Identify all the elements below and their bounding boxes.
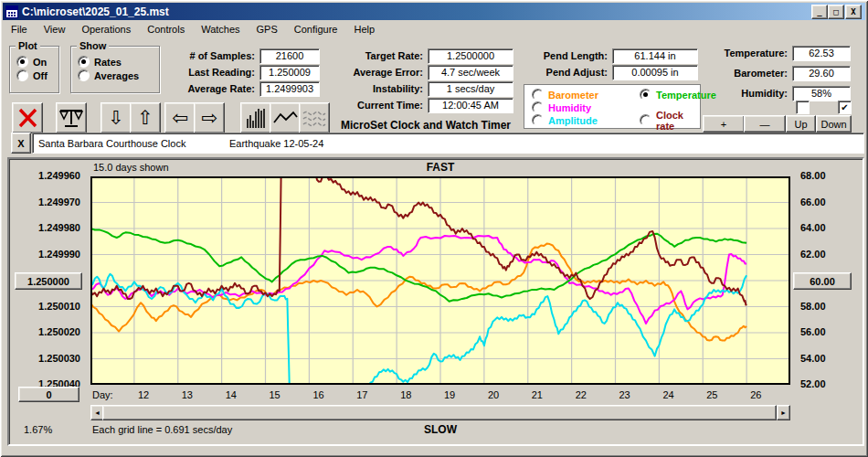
option-checkbox-1[interactable] bbox=[796, 101, 810, 114]
scroll-right-arrow[interactable]: ► bbox=[777, 405, 790, 420]
right-axis-label: 54.00 bbox=[800, 353, 855, 364]
day-tick-15: 15 bbox=[270, 389, 281, 400]
clear-name-button[interactable]: X bbox=[11, 133, 31, 154]
right-axis-label: 62.00 bbox=[800, 249, 855, 260]
day-tick-14: 14 bbox=[226, 389, 237, 400]
waves-icon bbox=[301, 105, 328, 131]
day-tick-25: 25 bbox=[706, 389, 717, 400]
of-samples-label: # of Samples: bbox=[137, 50, 259, 61]
day-tick-26: 26 bbox=[750, 389, 761, 400]
delete-button[interactable] bbox=[12, 102, 43, 133]
close-button[interactable]: X bbox=[845, 5, 862, 19]
temperature-label: Temperature: bbox=[644, 48, 792, 58]
series-option-barometer[interactable]: Barometer bbox=[532, 89, 598, 101]
left-axis-label: 1.249990 bbox=[15, 249, 80, 260]
left-axis-label: 1.250020 bbox=[15, 326, 80, 337]
window-title: C:\microset\2025_01_25.mst bbox=[22, 5, 169, 18]
series-option-label: Temperature bbox=[656, 90, 716, 101]
option-checkbox-2[interactable]: ✔ bbox=[838, 101, 852, 114]
last-reading-label: Last Reading: bbox=[137, 67, 259, 78]
radio-barometer[interactable] bbox=[532, 89, 544, 101]
radio-averages[interactable] bbox=[78, 69, 90, 81]
series-option-temperature[interactable]: Temperature bbox=[640, 89, 716, 101]
balance-button[interactable] bbox=[56, 102, 87, 133]
average-rate-label: Average Rate: bbox=[137, 83, 259, 94]
trend-icon bbox=[271, 105, 299, 131]
day-tick-18: 18 bbox=[400, 389, 411, 400]
right-axis-center-button[interactable]: 60.00 bbox=[793, 272, 852, 290]
shift-left-button[interactable]: ⇦ bbox=[164, 102, 196, 133]
day-tick-13: 13 bbox=[182, 389, 193, 400]
app-icon bbox=[5, 5, 18, 18]
menu-item-gps[interactable]: GPS bbox=[249, 22, 286, 37]
day-axis-label: Day: bbox=[92, 389, 113, 400]
horizontal-scrollbar[interactable]: ◄ ► bbox=[90, 405, 790, 419]
barometer-value[interactable]: 29.60 bbox=[792, 66, 851, 81]
grid-note-label: Each grid line = 0.691 secs/day bbox=[92, 424, 232, 435]
shift-up-button[interactable]: ⇧ bbox=[130, 102, 161, 133]
rate-plot[interactable] bbox=[90, 176, 790, 385]
shift-right-button[interactable]: ⇨ bbox=[194, 102, 225, 133]
plus-button[interactable]: + bbox=[703, 115, 745, 133]
plot-group-title: Plot bbox=[16, 40, 40, 51]
field-row-temperature: Temperature:62.53 bbox=[644, 46, 851, 60]
adjust-button-row: +—UpDown bbox=[703, 115, 854, 132]
barometer-label: Barometer: bbox=[644, 68, 792, 79]
temperature-value[interactable]: 62.53 bbox=[792, 46, 851, 61]
menu-item-help[interactable]: Help bbox=[346, 22, 384, 37]
minimize-button[interactable]: _ bbox=[811, 5, 828, 19]
menu-item-file[interactable]: File bbox=[3, 22, 36, 37]
radio-on[interactable] bbox=[16, 56, 28, 68]
left-axis-label: 1.249970 bbox=[15, 197, 80, 207]
arrow-right-icon: ⇨ bbox=[201, 109, 217, 128]
days-shown-label: 15.0 days shown bbox=[93, 162, 169, 173]
day-tick-24: 24 bbox=[662, 389, 673, 400]
radio-option-off[interactable]: Off bbox=[16, 69, 48, 81]
menu-item-view[interactable]: View bbox=[36, 22, 74, 37]
title-bar[interactable]: C:\microset\2025_01_25.mst _ □ X bbox=[3, 3, 865, 20]
day-tick-16: 16 bbox=[312, 389, 323, 400]
radio-temperature[interactable] bbox=[640, 89, 651, 101]
menu-item-operations[interactable]: Operations bbox=[73, 22, 139, 37]
field-row-of-samples: # of Samples:21600 bbox=[137, 48, 320, 63]
field-row-target-rate: Target Rate:1.2500000 bbox=[311, 48, 513, 63]
field-row-average-rate: Average Rate:1.2499903 bbox=[137, 81, 320, 96]
radio-label: Averages bbox=[94, 70, 139, 81]
raw-data-button bbox=[299, 102, 330, 133]
pend-adjust-label: Pend Adjust: bbox=[497, 67, 612, 78]
shift-down-button[interactable]: ⇩ bbox=[101, 102, 132, 133]
field-row-last-reading: Last Reading:1.250009 bbox=[137, 65, 320, 80]
plot-groupbox: Plot OnOff bbox=[9, 46, 59, 93]
day-tick-22: 22 bbox=[576, 389, 587, 400]
zoom-percent-label: 1.67% bbox=[24, 424, 52, 435]
down-button[interactable]: Down bbox=[816, 115, 852, 133]
menu-item-controls[interactable]: Controls bbox=[139, 22, 193, 37]
radio-off[interactable] bbox=[16, 69, 28, 81]
scrollbar-thumb[interactable] bbox=[102, 405, 777, 420]
menu-item-watches[interactable]: Watches bbox=[193, 22, 248, 37]
up-button[interactable]: Up bbox=[786, 115, 816, 133]
day-tick-23: 23 bbox=[619, 389, 630, 400]
clock-name-field[interactable]: Santa Barbara Courthouse Clock Earthquak… bbox=[32, 133, 864, 154]
radio-option-averages[interactable]: Averages bbox=[78, 69, 139, 81]
right-axis-label: 56.00 bbox=[800, 326, 855, 337]
radio-option-rates[interactable]: Rates bbox=[78, 56, 122, 68]
trend-button[interactable] bbox=[270, 102, 301, 133]
day-tick-19: 19 bbox=[444, 389, 455, 400]
left-axis-label: 1.249960 bbox=[15, 170, 80, 181]
zero-button[interactable]: 0 bbox=[18, 387, 79, 402]
left-axis-label: 1.249980 bbox=[15, 222, 80, 233]
day-tick-12: 12 bbox=[138, 389, 149, 400]
menu-item-configure[interactable]: Configure bbox=[286, 22, 346, 37]
field-row-average-error: Average Error:4.7 sec/week bbox=[311, 65, 513, 80]
radio-option-on[interactable]: On bbox=[16, 56, 47, 68]
field-row-instability: Instability:1 secs/day bbox=[311, 81, 513, 96]
minus-button[interactable]: — bbox=[744, 115, 786, 133]
left-axis-center-button[interactable]: 1.250000 bbox=[15, 272, 82, 290]
histogram-button[interactable] bbox=[240, 102, 271, 133]
maximize-button[interactable]: □ bbox=[828, 5, 844, 19]
day-tick-20: 20 bbox=[488, 389, 499, 400]
humidity-value[interactable]: 58% bbox=[792, 86, 851, 101]
clock-name-text: Santa Barbara Courthouse Clock bbox=[38, 138, 185, 149]
radio-rates[interactable] bbox=[78, 56, 90, 68]
